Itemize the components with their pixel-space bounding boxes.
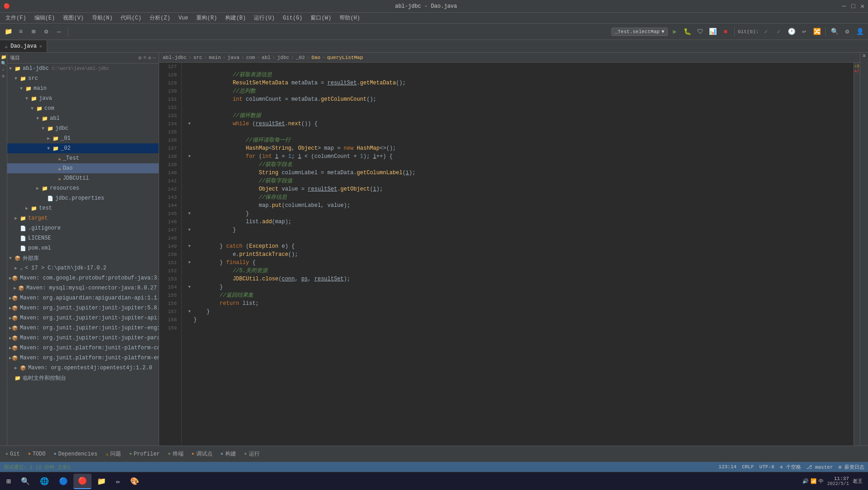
fold-157[interactable]: ▼	[185, 308, 194, 316]
tree-item-jdbc-prop[interactable]: 📄 jdbc.properties	[7, 193, 159, 203]
breadcrumb-abl-jdbc[interactable]: abl-jdbc	[163, 55, 187, 60]
bottom-tab-terminal[interactable]: ● 终端	[165, 448, 187, 460]
user-btn[interactable]: 👤	[854, 26, 865, 37]
tree-item-gitignore[interactable]: 📄 .gitignore	[7, 223, 159, 233]
settings2-btn[interactable]: ⚙	[842, 26, 853, 37]
editor-scrollbar[interactable]: ⚠1 ▲2	[853, 63, 860, 446]
tree-item-src[interactable]: ▼ 📁 src	[7, 74, 159, 83]
line-ending[interactable]: CRLF	[742, 464, 754, 470]
breadcrumb-com[interactable]: com	[246, 55, 255, 60]
fold-138[interactable]: ▼	[185, 152, 194, 161]
bottom-tab-build[interactable]: ● 构建	[217, 448, 240, 460]
fold-icon-138[interactable]: ▼	[188, 152, 190, 161]
menu-build[interactable]: 构建(B)	[222, 13, 250, 23]
menu-code[interactable]: 代码(C)	[117, 13, 145, 23]
fold-icon-147[interactable]: ▼	[188, 226, 190, 234]
menu-git[interactable]: Git(G)	[279, 14, 306, 22]
structure-btn[interactable]: ⊞	[28, 26, 39, 37]
tree-item-junit-engine[interactable]: ▶ 📦 Maven: org.junit.jupiter:junit-jupit…	[7, 323, 159, 333]
fold-147[interactable]: ▼	[185, 226, 194, 234]
menu-vue[interactable]: Vue	[175, 14, 192, 22]
stop-btn[interactable]: ■	[720, 26, 731, 37]
test-result[interactable]: 测试通过: 1 (2 分钟 之前)	[4, 464, 70, 470]
tree-item-platform-engine[interactable]: ▶ 📦 Maven: org.junit.platform:junit-plat…	[7, 353, 159, 363]
clock-time[interactable]: 11:37	[827, 476, 849, 481]
bottom-tab-breakpoints[interactable]: ● 调试点	[188, 448, 216, 460]
debug-btn[interactable]: 🐛	[682, 26, 693, 37]
bottom-tab-git[interactable]: ● Git	[2, 449, 24, 459]
panel-hide-icon[interactable]: —	[153, 55, 156, 61]
breadcrumb-abl[interactable]: abl	[262, 55, 271, 60]
fold-134[interactable]: ▼	[185, 120, 194, 128]
maximize-btn[interactable]: □	[851, 3, 855, 10]
bottom-tab-run[interactable]: ● 运行	[241, 448, 263, 460]
hide-btn[interactable]: —	[53, 26, 64, 37]
menu-window[interactable]: 窗口(W)	[307, 13, 335, 23]
bottom-tab-dependencies[interactable]: ● Dependencies	[50, 449, 101, 459]
charset[interactable]: UTF-8	[759, 464, 774, 470]
run-config-dropdown[interactable]: _Test.selectMap ▼	[611, 28, 668, 36]
start-btn[interactable]: ⊞	[2, 474, 15, 489]
tree-item-platform-commons[interactable]: ▶ 📦 Maven: org.junit.platform:junit-plat…	[7, 343, 159, 353]
git-undo-btn[interactable]: ↩	[799, 26, 810, 37]
tree-item-java[interactable]: ▼ 📁 java	[7, 93, 159, 103]
tree-item-main[interactable]: ▼ 📁 main	[7, 83, 159, 93]
panel-layout-icon[interactable]: ≡	[143, 55, 146, 61]
tree-item-abl-jdbc[interactable]: ▼ 📁 abl-jdbc C:\work\java\abl-jdbc	[7, 64, 159, 74]
tree-item-license[interactable]: 📄 LICENSE	[7, 233, 159, 243]
tree-item-test-folder[interactable]: ▶ 📁 test	[7, 203, 159, 213]
clock-date[interactable]: 2022/5/1	[827, 481, 849, 486]
fold-icon-154[interactable]: ▼	[188, 283, 190, 291]
tree-item-pom[interactable]: 📄 pom.xml	[7, 243, 159, 253]
project-view-btn[interactable]: 📁	[3, 26, 14, 37]
close-btn[interactable]: ✕	[861, 2, 864, 10]
fold-149[interactable]: ▼	[185, 242, 194, 250]
menu-help[interactable]: 帮助(H)	[336, 13, 364, 23]
editor-btn[interactable]: ✏	[112, 474, 125, 489]
fold-icon-149[interactable]: ▼	[188, 242, 190, 250]
tree-item-protobuf[interactable]: ▶ 📦 Maven: com.google.protobuf:protobuf-…	[7, 273, 159, 283]
settings-btn[interactable]: ⚙	[41, 26, 52, 37]
breadcrumb-java[interactable]: java	[228, 55, 239, 60]
explorer-btn[interactable]: 📁	[92, 474, 111, 489]
search-everywhere-btn[interactable]: 🔍	[829, 26, 840, 37]
run-btn[interactable]: ▶	[669, 26, 680, 37]
menu-file[interactable]: 文件(F)	[2, 13, 30, 23]
tree-item-jdbc[interactable]: ▼ 📁 jdbc	[7, 123, 159, 133]
menu-navigate[interactable]: 导航(N)	[88, 13, 116, 23]
tree-item-junit-jupiter[interactable]: ▶ 📦 Maven: org.junit.jupiter:junit-jupit…	[7, 303, 159, 313]
app1-btn[interactable]: 🎨	[126, 474, 144, 489]
breadcrumb-src[interactable]: src	[193, 55, 202, 60]
tree-item-external-libs[interactable]: ▼ 📦 外部库	[7, 253, 159, 263]
tree-item-dao[interactable]: ☕ Dao	[7, 163, 159, 173]
breadcrumb-jdbc[interactable]: jdbc	[277, 55, 289, 60]
fold-151[interactable]: ▼	[185, 259, 194, 267]
tab-dao-java[interactable]: ☕ Dao.java ✕	[0, 40, 47, 52]
tab-close-btn[interactable]: ✕	[39, 44, 42, 49]
tree-item-temp[interactable]: 📁 临时文件和控制台	[7, 373, 159, 383]
edge-btn[interactable]: 🌐	[35, 474, 53, 489]
tree-item-jdk17[interactable]: ▶ ☕ < 17 > C:\path\jdk-17.0.2	[7, 263, 159, 273]
breadcrumb-dao[interactable]: Dao	[311, 55, 320, 60]
bottom-tab-issues[interactable]: ⚠ 问题	[102, 448, 125, 460]
tree-item-abl[interactable]: ▼ 📁 abl	[7, 113, 159, 123]
git-check-btn[interactable]: ✓	[761, 26, 771, 37]
tree-item-02[interactable]: ▼ 📁 _02	[7, 143, 159, 153]
git-branch-status[interactable]: ⎇ master	[806, 464, 833, 470]
menu-refactor[interactable]: 重构(R)	[193, 13, 221, 23]
fold-145[interactable]: ▼	[185, 210, 194, 218]
notifications-btn[interactable]: ⚙ 薪资日志	[839, 464, 864, 470]
git-tools-btn[interactable]: 🔀	[811, 26, 822, 37]
menu-run[interactable]: 运行(U)	[250, 13, 278, 23]
fold-icon-157[interactable]: ▼	[188, 308, 190, 316]
code-content[interactable]: //获取表源信息 ResultSetMetaData metaData = re…	[182, 63, 853, 446]
tree-item-mysql[interactable]: ▶ 📦 Maven: mysql:mysql-connector-java:8.…	[7, 283, 159, 293]
bottom-tab-profiler[interactable]: ● Profiler	[126, 449, 164, 459]
chrome-btn[interactable]: 🔵	[54, 474, 73, 489]
profile-btn[interactable]: 📊	[708, 26, 718, 37]
tree-item-com[interactable]: ▼ 📁 com	[7, 103, 159, 113]
fold-icon-134[interactable]: ▼	[188, 120, 190, 128]
menu-edit[interactable]: 编辑(E)	[31, 13, 59, 23]
left-icon-2[interactable]: 🔍	[1, 61, 6, 66]
tree-item-apiguardian[interactable]: ▶ 📦 Maven: org.apiguardian:apiguardian-a…	[7, 293, 159, 303]
